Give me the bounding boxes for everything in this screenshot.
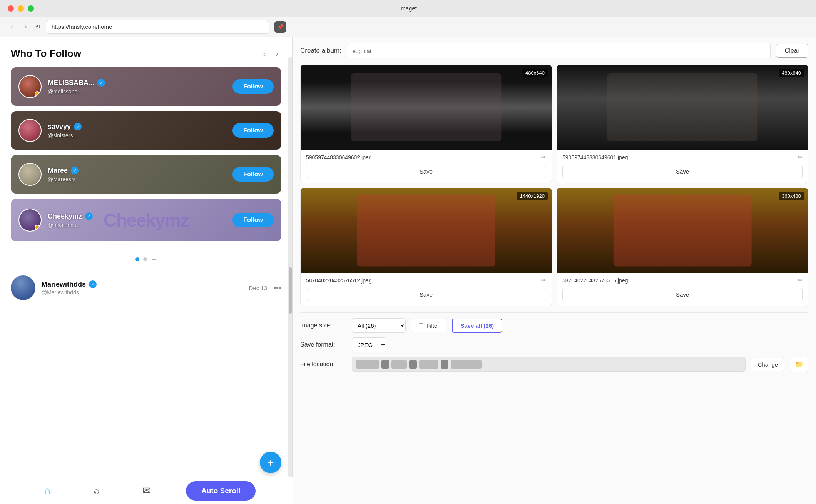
carousel-dots: → bbox=[0, 256, 292, 263]
browser-bar: ‹ › ↻ 📌 bbox=[0, 17, 816, 37]
image-meta-4: 587040220432576516.jpeg ✏ bbox=[557, 273, 808, 288]
refresh-button[interactable]: ↻ bbox=[35, 23, 40, 30]
file-location-bar bbox=[352, 357, 746, 372]
save-button-4[interactable]: Save bbox=[562, 288, 803, 301]
change-button[interactable]: Change bbox=[751, 358, 784, 371]
creator-name-row-1: MELISSABA... ✓ bbox=[48, 79, 232, 87]
image-size-select[interactable]: All (26) 480x640 1440x1920 360x480 bbox=[352, 318, 406, 333]
creator-info-1: MELISSABA... ✓ @melissaba... Follow bbox=[11, 67, 281, 106]
creator-text-4: Cheekymz ✓ @mysteriou... bbox=[48, 212, 232, 228]
loc-seg-2 bbox=[381, 360, 389, 369]
creator-name-1: MELISSABA... bbox=[48, 79, 94, 87]
post-handle: @Mariewithdds bbox=[42, 289, 242, 295]
file-location-row: File location: Change 📁 bbox=[300, 357, 808, 372]
creator-handle-3: @Mareesly bbox=[48, 176, 232, 182]
image-card-3: 1440x1920 587040220432576512.jpeg ✏ Save bbox=[300, 188, 552, 306]
follow-button-4[interactable]: Follow bbox=[232, 213, 274, 227]
image-card-2: 480x640 590597448330649601.jpeg ✏ Save bbox=[557, 65, 808, 183]
image-dim-badge-1: 480x640 bbox=[522, 69, 548, 77]
creator-avatar-2 bbox=[18, 119, 42, 142]
forward-button[interactable]: › bbox=[22, 21, 30, 32]
folder-icon: 📁 bbox=[795, 360, 803, 368]
image-thumb-3: 1440x1920 bbox=[301, 188, 552, 273]
image-grid: 480x640 590597448330649602.jpeg ✏ Save 4… bbox=[300, 65, 808, 306]
creator-name-row-3: Maree ✓ bbox=[48, 167, 232, 175]
bottom-controls: Image size: All (26) 480x640 1440x1920 3… bbox=[300, 312, 808, 372]
edit-icon-4[interactable]: ✏ bbox=[798, 277, 803, 284]
creator-handle-2: @sinisters... bbox=[48, 132, 232, 139]
extension-icon[interactable]: 📌 bbox=[274, 21, 286, 33]
creator-info-4: Cheekymz ✓ @mysteriou... Follow bbox=[11, 199, 281, 241]
wtf-header: Who To Follow ‹ › bbox=[11, 48, 281, 60]
image-thumb-4: 360x480 bbox=[557, 188, 808, 273]
creator-info-3: Maree ✓ @Mareesly Follow bbox=[11, 155, 281, 194]
maximize-button[interactable] bbox=[28, 5, 34, 12]
image-dim-badge-2: 480x640 bbox=[779, 69, 804, 77]
creator-text-3: Maree ✓ @Mareesly bbox=[48, 167, 232, 182]
creator-handle-1: @melissaba... bbox=[48, 88, 232, 95]
url-bar[interactable] bbox=[46, 20, 269, 34]
loc-seg-6 bbox=[441, 360, 448, 369]
home-nav-button[interactable]: ⌂ bbox=[37, 482, 59, 500]
mail-nav-button[interactable]: ✉ bbox=[135, 482, 159, 500]
image-meta-3: 587040220432576512.jpeg ✏ bbox=[301, 273, 552, 288]
edit-icon-1[interactable]: ✏ bbox=[541, 154, 546, 161]
image-card-1: 480x640 590597448330649602.jpeg ✏ Save bbox=[300, 65, 552, 183]
clear-button[interactable]: Clear bbox=[776, 44, 808, 58]
loc-seg-7 bbox=[451, 360, 482, 369]
save-button-3[interactable]: Save bbox=[306, 288, 546, 301]
image-dim-badge-3: 1440x1920 bbox=[517, 192, 548, 200]
save-button-2[interactable]: Save bbox=[562, 165, 803, 178]
who-to-follow-section: Who To Follow ‹ › MELISSABA... bbox=[0, 37, 292, 253]
image-visual-2 bbox=[557, 65, 808, 150]
wtf-title: Who To Follow bbox=[11, 48, 81, 60]
image-meta-2: 590597448330649601.jpeg ✏ bbox=[557, 150, 808, 165]
album-input[interactable] bbox=[347, 43, 771, 58]
verified-icon-2: ✓ bbox=[74, 123, 82, 130]
bottom-nav: ⌂ ⌕ ✉ Auto Scroll bbox=[0, 477, 293, 504]
avatar-dot-1 bbox=[35, 91, 40, 97]
image-visual-4 bbox=[557, 188, 808, 273]
loc-seg-3 bbox=[391, 360, 407, 369]
follow-button-3[interactable]: Follow bbox=[232, 167, 274, 182]
fab-button[interactable]: ＋ bbox=[260, 452, 281, 473]
follow-button-2[interactable]: Follow bbox=[232, 123, 274, 138]
filter-button[interactable]: ☰ Filter bbox=[411, 319, 446, 332]
search-icon: ⌕ bbox=[94, 485, 100, 496]
search-nav-button[interactable]: ⌕ bbox=[86, 482, 107, 500]
creator-avatar-4 bbox=[18, 209, 42, 232]
verified-icon-3: ✓ bbox=[71, 167, 79, 174]
filter-icon: ☰ bbox=[418, 322, 423, 329]
carousel-arrow[interactable]: → bbox=[151, 256, 157, 263]
main-content: Who To Follow ‹ › MELISSABA... bbox=[0, 37, 816, 504]
carousel-dot-2[interactable] bbox=[143, 257, 147, 261]
save-button-1[interactable]: Save bbox=[306, 165, 546, 178]
image-dim-badge-4: 360x480 bbox=[779, 192, 804, 200]
album-row: Create album: Clear bbox=[300, 43, 808, 58]
back-button[interactable]: ‹ bbox=[8, 21, 16, 32]
save-format-row: Save format: JPEG PNG WEBP bbox=[300, 337, 808, 352]
creator-card-4: Cheekymz Cheekymz ✓ @mysteriou... Follow bbox=[11, 199, 281, 241]
edit-icon-2[interactable]: ✏ bbox=[798, 154, 803, 161]
home-icon: ⌂ bbox=[45, 485, 51, 496]
follow-button-1[interactable]: Follow bbox=[232, 79, 274, 94]
wtf-next-button[interactable]: › bbox=[273, 48, 281, 60]
edit-icon-3[interactable]: ✏ bbox=[541, 277, 546, 284]
creator-avatar-1 bbox=[18, 75, 42, 98]
titlebar: Imaget bbox=[0, 0, 816, 17]
minimize-button[interactable] bbox=[18, 5, 24, 12]
post-more-button[interactable]: ••• bbox=[273, 284, 281, 292]
auto-scroll-button[interactable]: Auto Scroll bbox=[186, 481, 256, 501]
scroll-thumb[interactable] bbox=[289, 267, 292, 314]
creator-text-2: savvyy ✓ @sinisters... bbox=[48, 123, 232, 139]
post-section: Mariewithdds ✓ @Mariewithdds Dec 13 ••• bbox=[0, 269, 292, 306]
creator-card-1: MELISSABA... ✓ @melissaba... Follow bbox=[11, 67, 281, 106]
loc-seg-4 bbox=[409, 360, 417, 369]
creator-card-3: Maree ✓ @Mareesly Follow bbox=[11, 155, 281, 194]
carousel-dot-1[interactable] bbox=[135, 257, 139, 261]
folder-icon-button[interactable]: 📁 bbox=[790, 357, 808, 372]
wtf-prev-button[interactable]: ‹ bbox=[260, 48, 269, 60]
save-all-button[interactable]: Save all (26) bbox=[452, 319, 502, 333]
save-format-select[interactable]: JPEG PNG WEBP bbox=[352, 337, 386, 352]
close-button[interactable] bbox=[8, 5, 14, 12]
